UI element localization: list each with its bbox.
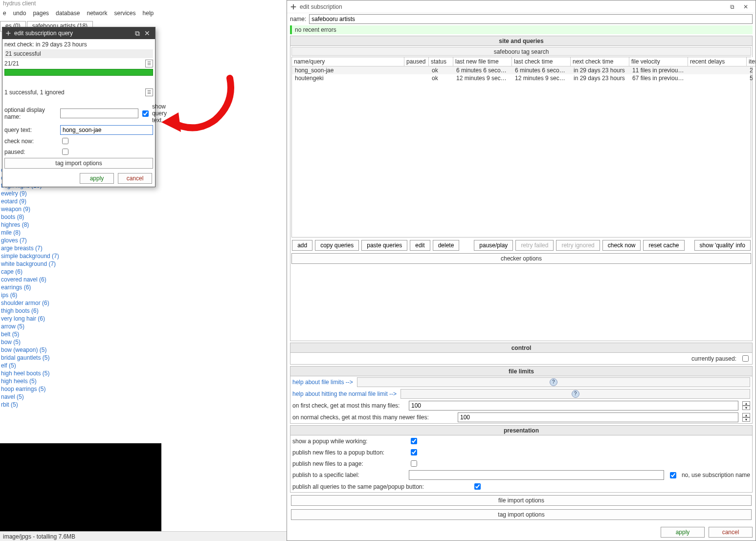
normal-check-label: on normal checks, get at most this many … [292, 414, 454, 421]
col-lct[interactable]: last check time [512, 57, 571, 66]
help-icon[interactable]: ? [572, 390, 579, 398]
details-icon[interactable]: ☰ [145, 88, 153, 96]
show-popup-checkbox[interactable] [411, 438, 417, 444]
edit-button[interactable]: edit [410, 240, 430, 251]
col-name[interactable]: name/query [292, 57, 404, 66]
publish-all-checkbox[interactable] [474, 483, 481, 490]
retry-ignored-button[interactable]: retry ignored [556, 240, 600, 251]
tag-item[interactable]: mile (8) [0, 229, 112, 237]
publish-popup-btn-checkbox[interactable] [411, 449, 417, 455]
help-normal-limit-link[interactable]: help about hitting the normal file limit… [292, 390, 397, 397]
tag-item[interactable]: arge breasts (7) [0, 244, 112, 252]
check-now-button[interactable]: check now [602, 240, 641, 251]
col-lnf[interactable]: last new file time [453, 57, 512, 66]
cancel-button[interactable]: cancel [118, 173, 152, 184]
add-button[interactable]: add [292, 240, 312, 251]
menu-pages[interactable]: pages [33, 10, 49, 20]
tag-item[interactable]: very long hair (6) [0, 315, 112, 323]
checker-options-button[interactable]: checker options [291, 253, 751, 264]
paused-checkbox[interactable] [62, 149, 68, 155]
menu-undo[interactable]: undo [13, 10, 26, 20]
tag-item[interactable]: weapon (9) [0, 205, 112, 213]
close-icon[interactable]: ✕ [739, 3, 753, 10]
normal-check-input[interactable] [458, 412, 738, 422]
annotation-arrow-icon [156, 73, 245, 137]
copy-queries-button[interactable]: copy queries [315, 240, 359, 251]
col-nct[interactable]: next check time [571, 57, 629, 66]
apply-button[interactable]: apply [80, 173, 114, 184]
restore-icon[interactable]: ⧉ [133, 29, 142, 38]
reset-cache-button[interactable]: reset cache [643, 240, 684, 251]
tag-item[interactable]: bow (5) [0, 338, 112, 346]
menu-services[interactable]: services [114, 10, 136, 20]
tag-item[interactable]: bridal gauntlets (5) [0, 354, 112, 362]
restore-icon[interactable]: ⧉ [725, 3, 739, 10]
table-row[interactable]: houtengeki ok 12 minutes 9 second... 12 … [292, 74, 751, 82]
help-icon[interactable]: ? [550, 378, 557, 386]
check-now-checkbox[interactable] [62, 138, 68, 144]
table-row[interactable]: hong_soon-jae ok 6 minutes 6 seconds ...… [292, 66, 751, 74]
tag-item[interactable]: high heel boots (5) [0, 369, 112, 377]
first-check-input[interactable] [409, 401, 738, 411]
close-icon[interactable]: ✕ [142, 29, 152, 37]
retry-failed-button[interactable]: retry failed [515, 240, 554, 251]
tag-item[interactable]: belt (5) [0, 330, 112, 338]
first-check-spinner[interactable]: ▲▼ [742, 401, 750, 410]
query-text-input[interactable] [60, 125, 153, 135]
use-sub-name-checkbox[interactable] [670, 472, 676, 478]
currently-paused-checkbox[interactable] [742, 355, 749, 362]
tag-item[interactable]: hoop earrings (5) [0, 385, 112, 393]
quality-info-button[interactable]: show 'quality' info [694, 240, 751, 251]
normal-check-spinner[interactable]: ▲▼ [742, 413, 750, 422]
tag-import-options-button[interactable]: tag import options [4, 158, 153, 169]
tag-item[interactable]: elf (5) [0, 362, 112, 369]
menu-help[interactable]: help [143, 10, 154, 20]
col-fv[interactable]: file velocity [629, 57, 688, 66]
col-status[interactable]: status [429, 57, 453, 66]
tag-item[interactable]: thigh boots (6) [0, 307, 112, 315]
pause-play-button[interactable]: pause/play [474, 240, 513, 251]
name-input[interactable] [309, 14, 753, 24]
file-import-options-button[interactable]: file import options [291, 495, 752, 506]
menu-network[interactable]: network [87, 10, 107, 20]
col-paused[interactable]: paused [404, 57, 429, 66]
tag-item[interactable]: white background (7) [0, 260, 112, 268]
help-file-limits-link[interactable]: help about file limits --> [292, 379, 353, 386]
tag-item[interactable]: high heels (5) [0, 377, 112, 385]
publish-label-input[interactable] [409, 470, 664, 480]
cancel-button[interactable]: cancel [709, 527, 753, 538]
delete-button[interactable]: delete [433, 240, 460, 251]
tag-item[interactable]: ips (6) [0, 291, 112, 299]
thumbnail-area [0, 443, 161, 531]
tag-item[interactable]: shoulder armor (6) [0, 299, 112, 307]
tag-item[interactable]: eotard (9) [0, 197, 112, 205]
progress-bar [4, 69, 153, 76]
tag-item[interactable]: navel (5) [0, 393, 112, 401]
tag-item[interactable]: simple background (7) [0, 252, 112, 260]
tag-item[interactable]: ewelry (9) [0, 190, 112, 197]
apply-button[interactable]: apply [661, 527, 705, 538]
menu-database[interactable]: database [56, 10, 80, 20]
tag-item[interactable]: arrow (5) [0, 323, 112, 330]
tag-item[interactable]: rbit (5) [0, 401, 112, 409]
show-query-text-checkbox[interactable] [142, 110, 149, 117]
query-titlebar: edit subscription query ⧉ ✕ [2, 27, 155, 39]
search-type[interactable]: safebooru tag search [291, 47, 751, 56]
count-text: 21/21 [4, 60, 143, 67]
col-rd[interactable]: recent delays [688, 57, 747, 66]
tag-import-options-button[interactable]: tag import options [291, 509, 752, 520]
tag-item[interactable]: boots (8) [0, 213, 112, 221]
file-limits-header: file limits [290, 367, 752, 376]
tag-item[interactable]: earrings (6) [0, 283, 112, 291]
tag-item[interactable]: cape (6) [0, 268, 112, 276]
col-items[interactable]: items [747, 57, 756, 66]
opt-display-input[interactable] [60, 108, 138, 118]
publish-page-checkbox[interactable] [411, 460, 417, 467]
tag-item[interactable]: bow (weapon) (5) [0, 346, 112, 354]
menu-e[interactable]: e [3, 10, 6, 20]
tag-item[interactable]: gloves (7) [0, 237, 112, 244]
details-icon[interactable]: ☰ [145, 60, 153, 67]
paste-queries-button[interactable]: paste queries [361, 240, 407, 251]
tag-item[interactable]: covered navel (6) [0, 276, 112, 283]
tag-item[interactable]: highres (8) [0, 221, 112, 229]
